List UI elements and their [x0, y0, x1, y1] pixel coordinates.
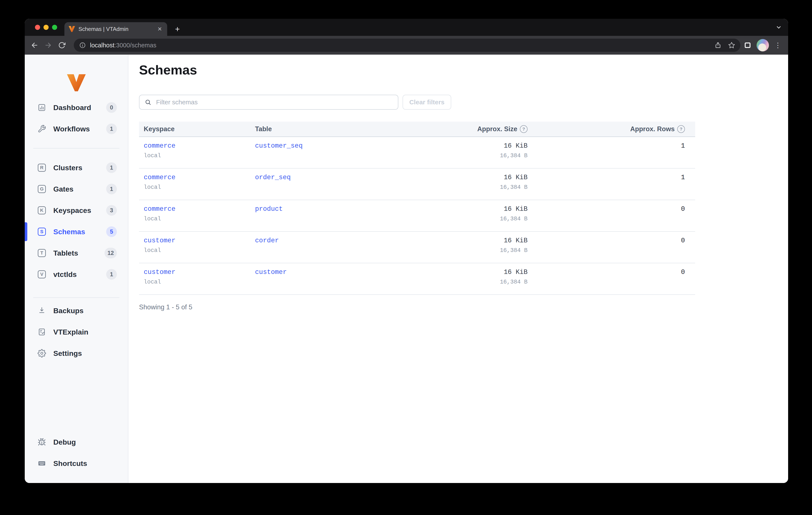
size-value: 16 KiB — [504, 205, 527, 213]
keyspace-link[interactable]: customer — [144, 237, 175, 244]
table-row: commerce local order_seq 16 KiB 16,384 B… — [139, 168, 695, 200]
size-cell: 16 KiB 16,384 B — [417, 168, 528, 200]
filter-schemas-input[interactable] — [155, 98, 393, 106]
rows-cell: 1 — [528, 168, 695, 200]
table-link[interactable]: customer_seq — [255, 142, 302, 150]
reload-icon[interactable] — [56, 40, 67, 51]
size-bytes: 16,384 B — [500, 247, 527, 254]
sidebar-item-label: vtctlds — [53, 270, 106, 279]
letter-glyph: G — [38, 185, 46, 193]
sidebar-item-label: Shortcuts — [53, 459, 117, 468]
sidebar: Dashboard 0 Workflows 1 R Clusters — [25, 55, 128, 483]
cluster-label: local — [144, 247, 161, 254]
tab-strip: Schemas | VTAdmin ✕ + — [25, 19, 788, 36]
filter-row: Clear filters — [139, 95, 695, 110]
count-badge: 12 — [105, 248, 117, 259]
tablets-icon: T — [37, 249, 46, 257]
minimize-window-button[interactable] — [44, 25, 49, 30]
schemas-icon: S — [37, 227, 46, 236]
sidebar-bottom-nav: Debug Shortcuts — [25, 434, 128, 483]
count-badge: 1 — [106, 184, 117, 194]
table-link[interactable]: corder — [255, 237, 279, 244]
size-bytes: 16,384 B — [500, 279, 527, 285]
sidebar-item-label: Tablets — [53, 249, 105, 257]
size-bytes: 16,384 B — [500, 216, 527, 222]
table-link[interactable]: product — [255, 205, 283, 213]
keyspace-link[interactable]: commerce — [144, 205, 175, 213]
sidebar-item-gates[interactable]: G Gates 1 — [25, 181, 128, 197]
letter-glyph: T — [38, 249, 46, 257]
column-header-label: Approx. Size — [477, 125, 517, 133]
close-window-button[interactable] — [35, 25, 40, 30]
table-link[interactable]: customer — [255, 268, 287, 276]
site-info-icon[interactable] — [79, 42, 86, 49]
share-icon[interactable] — [714, 42, 722, 49]
cluster-label: local — [144, 184, 161, 191]
sidebar-item-label: Dashboard — [53, 104, 106, 112]
keyboard-icon — [37, 459, 46, 468]
count-badge: 1 — [106, 124, 117, 134]
url-path: :3000/schemas — [114, 42, 156, 49]
vitess-logo[interactable] — [67, 74, 86, 91]
back-icon[interactable] — [29, 40, 40, 51]
dashboard-icon — [37, 103, 46, 112]
sidebar-item-keyspaces[interactable]: K Keyspaces 3 — [25, 203, 128, 218]
url-host: localhost — [90, 42, 114, 49]
bookmark-star-icon[interactable] — [728, 42, 735, 49]
sidebar-item-vtctlds[interactable]: V vtctlds 1 — [25, 267, 128, 282]
table-cell: customer_seq — [250, 137, 417, 168]
cluster-label: local — [144, 216, 161, 222]
keyspace-link[interactable]: commerce — [144, 142, 175, 150]
help-icon[interactable]: ? — [520, 125, 527, 133]
keyspace-link[interactable]: commerce — [144, 174, 175, 181]
table-cell: order_seq — [250, 168, 417, 200]
size-cell: 16 KiB 16,384 B — [417, 263, 528, 294]
help-icon[interactable]: ? — [677, 125, 685, 133]
forward-icon[interactable] — [42, 40, 54, 51]
keyspace-cell: customer local — [139, 263, 250, 294]
tab-close-icon[interactable]: ✕ — [156, 25, 163, 33]
keyspaces-icon: K — [37, 206, 46, 215]
clear-filters-button[interactable]: Clear filters — [403, 95, 451, 110]
address-bar[interactable]: localhost:3000/schemas — [74, 38, 741, 52]
sidebar-item-shortcuts[interactable]: Shortcuts — [25, 456, 128, 471]
app-content: Dashboard 0 Workflows 1 R Clusters — [25, 55, 788, 483]
sidebar-item-debug[interactable]: Debug — [25, 434, 128, 450]
size-value: 16 KiB — [504, 142, 527, 150]
profile-avatar[interactable] — [757, 39, 769, 51]
bug-icon — [37, 438, 46, 446]
sidebar-item-workflows[interactable]: Workflows 1 — [25, 121, 128, 137]
table-cell: corder — [250, 232, 417, 263]
sidebar-item-clusters[interactable]: R Clusters 1 — [25, 160, 128, 175]
sidebar-item-settings[interactable]: Settings — [25, 346, 128, 361]
keyspace-link[interactable]: customer — [144, 268, 175, 276]
browser-menu-icon[interactable]: ⋮ — [772, 40, 783, 51]
document-check-icon — [37, 328, 46, 336]
sidebar-item-schemas[interactable]: S Schemas 5 — [25, 224, 128, 239]
table-row: commerce local product 16 KiB 16,384 B 0 — [139, 200, 695, 232]
browser-tab[interactable]: Schemas | VTAdmin ✕ — [64, 22, 167, 36]
sidebar-divider — [33, 297, 119, 298]
clusters-icon: R — [37, 163, 46, 172]
cluster-label: local — [144, 153, 161, 159]
size-value: 16 KiB — [504, 268, 527, 276]
sidebar-item-tablets[interactable]: T Tablets 12 — [25, 245, 128, 261]
column-header-approx-size: Approx. Size ? — [417, 125, 528, 133]
zoom-window-button[interactable] — [52, 25, 57, 30]
toolbar-right: ⋮ — [741, 39, 785, 51]
new-tab-button[interactable]: + — [173, 23, 182, 35]
sidebar-item-label: Backups — [53, 306, 117, 315]
page-title: Schemas — [139, 62, 788, 78]
sidebar-item-vtexplain[interactable]: VTExplain — [25, 324, 128, 340]
sidebar-item-backups[interactable]: Backups — [25, 303, 128, 318]
tab-search-chevron-icon[interactable] — [775, 24, 782, 31]
table-link[interactable]: order_seq — [255, 174, 291, 181]
letter-glyph: R — [38, 164, 46, 172]
table-cell: product — [250, 200, 417, 231]
download-icon — [37, 306, 46, 315]
sidebar-item-dashboard[interactable]: Dashboard 0 — [25, 100, 128, 115]
side-panel-icon[interactable] — [742, 40, 753, 51]
letter-glyph: K — [38, 206, 46, 214]
count-badge: 5 — [106, 226, 117, 237]
size-bytes: 16,384 B — [500, 153, 527, 159]
